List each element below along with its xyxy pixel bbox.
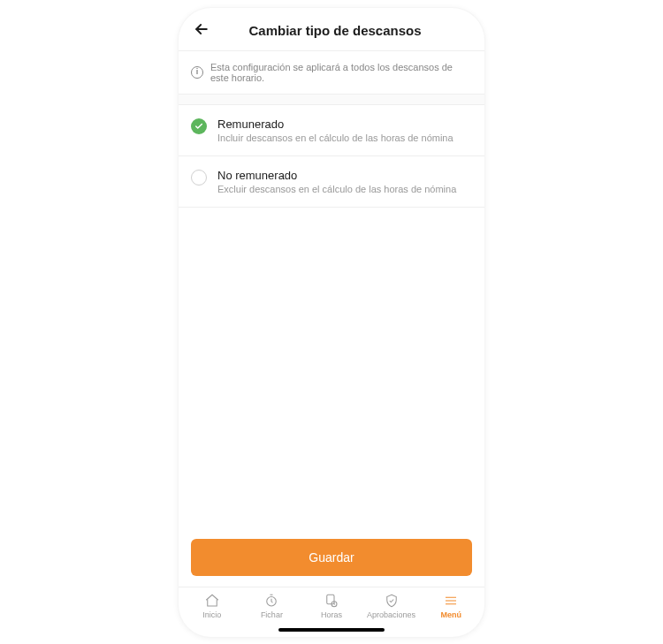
option-unpaid-title: No remunerado [217,169,472,182]
tab-bar: Inicio Fichar Horas Aprobaciones Menú [179,587,484,623]
check-icon [194,118,203,134]
save-wrap: Guardar [179,539,484,587]
tab-approvals-label: Aprobaciones [367,610,415,619]
tab-menu[interactable]: Menú [421,593,481,619]
radio-unselected [191,170,207,186]
content-spacer [179,208,484,539]
page-title: Cambiar tipo de descansos [219,23,451,38]
info-banner: i Esta configuración se aplicará a todos… [179,51,484,95]
tab-home[interactable]: Inicio [182,593,242,619]
tab-clock[interactable]: Fichar [242,593,302,619]
option-paid[interactable]: Remunerado Incluir descansos en el cálcu… [179,105,484,156]
option-paid-desc: Incluir descansos en el cálculo de las h… [217,133,472,143]
tab-home-label: Inicio [202,610,221,619]
stopwatch-icon [262,593,281,609]
home-indicator [278,628,385,632]
info-text: Esta configuración se aplicará a todos l… [210,62,472,83]
arrow-left-icon [193,20,210,42]
option-unpaid-desc: Excluir descansos en el cálculo de las h… [217,184,472,194]
tab-menu-label: Menú [440,610,461,619]
back-button[interactable] [191,20,212,42]
svg-rect-1 [327,595,334,604]
option-text: No remunerado Excluir descansos en el cá… [217,169,472,194]
tab-hours-label: Horas [321,610,342,619]
hours-icon [322,593,341,609]
menu-icon [441,593,461,609]
option-text: Remunerado Incluir descansos en el cálcu… [217,117,472,143]
shield-check-icon [382,593,401,609]
save-button[interactable]: Guardar [191,539,472,576]
info-icon: i [191,66,203,79]
radio-selected [191,118,207,134]
option-unpaid[interactable]: No remunerado Excluir descansos en el cá… [179,156,484,208]
tab-clock-label: Fichar [261,610,283,619]
home-icon [202,593,222,609]
header: Cambiar tipo de descansos [179,8,484,50]
tab-approvals[interactable]: Aprobaciones [362,593,422,619]
phone-frame: Cambiar tipo de descansos i Esta configu… [178,7,485,638]
section-gap [179,95,484,105]
tab-hours[interactable]: Horas [301,593,362,619]
option-paid-title: Remunerado [217,117,472,131]
